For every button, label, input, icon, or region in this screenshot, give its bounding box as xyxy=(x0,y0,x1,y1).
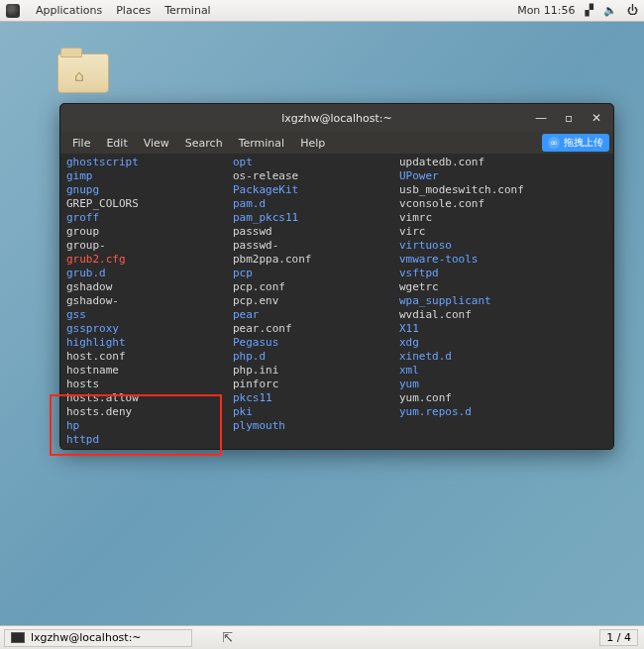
ls-entry: Pegasus xyxy=(233,336,399,350)
ls-entry: highlight xyxy=(66,336,233,350)
ls-entry: pam_pkcs11 xyxy=(233,211,399,225)
ls-entry: group xyxy=(66,225,233,239)
ls-entry: usb_modeswitch.conf xyxy=(399,183,566,197)
topbar-menu-terminal[interactable]: Terminal xyxy=(164,4,211,17)
ls-entry: pcp xyxy=(233,267,399,280)
ls-entry: pam.d xyxy=(233,197,399,211)
ls-entry: X11 xyxy=(399,322,566,336)
taskbar-item-label: lxgzhw@localhost:~ xyxy=(31,631,142,644)
ls-entry: yum.conf xyxy=(399,391,566,405)
ls-entry: wgetrc xyxy=(399,280,566,294)
ls-entry: hosts xyxy=(66,378,233,391)
upload-pill-label: 拖拽上传 xyxy=(564,136,603,150)
ls-entry: pinforc xyxy=(233,378,399,391)
ls-entry: pkcs11 xyxy=(233,391,399,405)
ls-entry: pear xyxy=(233,308,399,322)
terminal-menubar: File Edit View Search Terminal Help ∞ 拖拽… xyxy=(60,132,613,154)
cursor-icon: ⇱ xyxy=(222,630,233,645)
ls-entry: GREP_COLORS xyxy=(66,197,233,211)
ls-entry: wpa_supplicant xyxy=(399,294,566,308)
network-icon[interactable]: ▞ xyxy=(586,4,593,17)
ls-entry: group- xyxy=(66,239,233,253)
ls-entry: xinetd.d xyxy=(399,350,566,364)
ls-entry: hp xyxy=(66,419,233,433)
menu-help[interactable]: Help xyxy=(292,137,333,150)
terminal-mini-icon xyxy=(11,632,25,643)
ls-column: updatedb.confUPowerusb_modeswitch.confvc… xyxy=(399,156,566,447)
ls-entry: UPower xyxy=(399,169,566,183)
ls-entry: gnupg xyxy=(66,183,233,197)
ls-entry: ghostscript xyxy=(66,156,233,169)
ls-entry: hosts.allow xyxy=(66,391,233,405)
terminal-window: lxgzhw@localhost:~ — ▫ ✕ File Edit View … xyxy=(59,103,614,450)
clock[interactable]: Mon 11:56 xyxy=(517,4,575,17)
ls-entry: gss xyxy=(66,308,233,322)
menu-search[interactable]: Search xyxy=(177,137,231,150)
gnome-taskbar: lxgzhw@localhost:~ ⇱ 1 / 4 xyxy=(0,625,644,649)
menu-view[interactable]: View xyxy=(136,137,177,150)
ls-entry: vmware-tools xyxy=(399,253,566,267)
ls-entry: host.conf xyxy=(66,350,233,364)
ls-entry: passwd xyxy=(233,225,399,239)
ls-entry: grub.d xyxy=(66,267,233,280)
menu-file[interactable]: File xyxy=(64,137,98,150)
close-button[interactable]: ✕ xyxy=(586,109,607,127)
ls-entry: php.ini xyxy=(233,364,399,378)
ls-entry: grub2.cfg xyxy=(66,253,233,267)
ls-entry: gshadow- xyxy=(66,294,233,308)
power-icon[interactable]: ⏻ xyxy=(627,4,638,17)
ls-entry: wvdial.conf xyxy=(399,308,566,322)
ls-entry: xdg xyxy=(399,336,566,350)
ls-entry: php.d xyxy=(233,350,399,364)
ls-entry: gssproxy xyxy=(66,322,233,336)
ls-entry: gshadow xyxy=(66,280,233,294)
ls-entry: vimrc xyxy=(399,211,566,225)
ls-column: optos-releasePackageKitpam.dpam_pkcs11pa… xyxy=(233,156,399,447)
home-glyph-icon: ⌂ xyxy=(74,66,84,85)
ls-entry: hostname xyxy=(66,364,233,378)
topbar-menu-applications[interactable]: Applications xyxy=(36,4,102,17)
gnome-logo-icon xyxy=(6,4,20,18)
topbar-menu-places[interactable]: Places xyxy=(116,4,151,17)
menu-edit[interactable]: Edit xyxy=(98,137,135,150)
ls-entry: httpd xyxy=(66,433,233,447)
home-folder-icon[interactable]: ⌂ xyxy=(57,48,109,99)
ls-column: ghostscriptgimpgnupgGREP_COLORSgroffgrou… xyxy=(66,156,233,447)
maximize-button[interactable]: ▫ xyxy=(558,109,580,127)
ls-entry: updatedb.conf xyxy=(399,156,566,169)
sound-icon[interactable]: 🔈 xyxy=(603,4,617,17)
ls-entry: pear.conf xyxy=(233,322,399,336)
ls-entry: xml xyxy=(399,364,566,378)
workspace-switcher[interactable]: 1 / 4 xyxy=(599,629,638,646)
gnome-topbar: Applications Places Terminal Mon 11:56 ▞… xyxy=(0,0,644,22)
ls-entry: gimp xyxy=(66,169,233,183)
minimize-button[interactable]: — xyxy=(530,109,552,127)
ls-entry: pbm2ppa.conf xyxy=(233,253,399,267)
ls-entry: yum.repos.d xyxy=(399,405,566,419)
terminal-titlebar[interactable]: lxgzhw@localhost:~ — ▫ ✕ xyxy=(60,104,613,132)
ls-entry: plymouth xyxy=(233,419,399,433)
ls-entry: passwd- xyxy=(233,239,399,253)
menu-terminal[interactable]: Terminal xyxy=(231,137,293,150)
ls-entry: hosts.deny xyxy=(66,405,233,419)
upload-pill[interactable]: ∞ 拖拽上传 xyxy=(542,134,609,152)
taskbar-item-terminal[interactable]: lxgzhw@localhost:~ xyxy=(4,629,192,647)
ls-entry: vconsole.conf xyxy=(399,197,566,211)
ls-entry: PackageKit xyxy=(233,183,399,197)
ls-entry: opt xyxy=(233,156,399,169)
ls-entry: os-release xyxy=(233,169,399,183)
ls-entry: yum xyxy=(399,378,566,391)
ls-entry: pcp.env xyxy=(233,294,399,308)
terminal-body[interactable]: ghostscriptgimpgnupgGREP_COLORSgroffgrou… xyxy=(60,154,613,449)
ls-entry: pki xyxy=(233,405,399,419)
ls-entry: pcp.conf xyxy=(233,280,399,294)
ls-entry: virtuoso xyxy=(399,239,566,253)
link-icon: ∞ xyxy=(548,137,560,149)
ls-entry: groff xyxy=(66,211,233,225)
ls-entry: vsftpd xyxy=(399,267,566,280)
ls-entry: virc xyxy=(399,225,566,239)
